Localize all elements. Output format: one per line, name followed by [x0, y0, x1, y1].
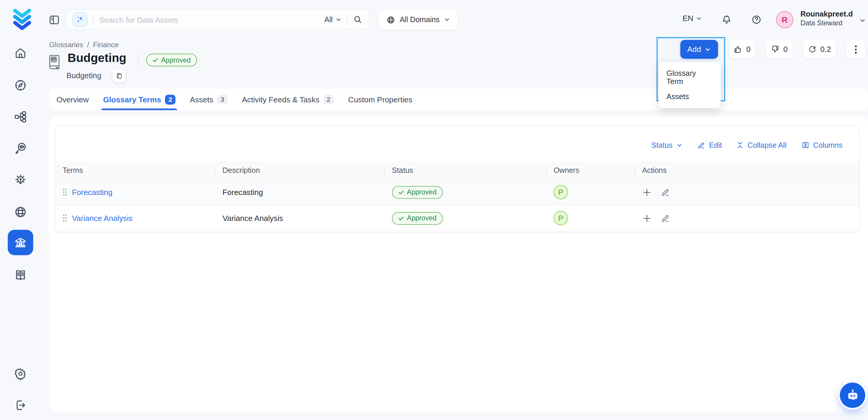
- user-role: Data Steward: [801, 19, 852, 28]
- chevron-down-icon: [444, 17, 450, 23]
- add-button[interactable]: Add: [680, 40, 718, 59]
- upvote-count: 0: [746, 45, 751, 54]
- sidebar-insights-icon[interactable]: [14, 174, 27, 187]
- status-filter-label: Status: [651, 141, 673, 149]
- breadcrumb-glossaries[interactable]: Glossaries: [49, 40, 83, 49]
- breadcrumb-finance[interactable]: Finance: [93, 40, 119, 49]
- user-menu-chevron-icon[interactable]: [859, 17, 866, 24]
- check-icon: [398, 189, 404, 195]
- term-description: Forecasting: [215, 187, 384, 197]
- tab-overview[interactable]: Overview: [56, 88, 89, 110]
- sidebar-toggle-icon[interactable]: [49, 14, 60, 26]
- add-child-term-icon[interactable]: [642, 187, 652, 197]
- columns-button[interactable]: Columns: [801, 141, 842, 149]
- version-button[interactable]: 0.2: [803, 40, 836, 59]
- term-status-badge: Approved: [146, 54, 197, 66]
- tab-count-badge: 2: [165, 94, 176, 104]
- kebab-menu-icon: [854, 44, 857, 54]
- tab-glossary-terms[interactable]: Glossary Terms 2: [103, 88, 176, 110]
- sidebar-settings-gear-icon[interactable]: [14, 367, 27, 380]
- drag-handle-icon[interactable]: [63, 214, 67, 222]
- upvote-button[interactable]: 0: [729, 40, 755, 59]
- glossary-term-book-icon: [47, 54, 62, 69]
- chevron-down-icon: [696, 16, 702, 22]
- app-logo-icon[interactable]: [11, 7, 32, 32]
- help-icon[interactable]: [751, 14, 762, 25]
- owner-avatar[interactable]: P: [554, 185, 568, 200]
- tab-count-badge: 3: [217, 94, 228, 104]
- tab-activity-feeds[interactable]: Activity Feeds & Tasks 2: [242, 88, 334, 110]
- table-row: Variance Analysis Variance Analysis Appr…: [56, 205, 859, 231]
- chatbot-button[interactable]: [840, 383, 865, 408]
- language-dropdown[interactable]: EN: [682, 14, 702, 23]
- version-number: 0.2: [820, 45, 831, 54]
- language-label: EN: [682, 14, 693, 23]
- sidebar-logout-icon[interactable]: [14, 398, 27, 412]
- row-status-badge: Approved: [392, 186, 443, 199]
- collapse-all-label: Collapse All: [747, 141, 786, 149]
- user-avatar-initial: R: [782, 15, 787, 25]
- term-description: Variance Analysis: [215, 214, 384, 222]
- glossary-terms-table: Terms Description Status Owners Actions …: [56, 161, 859, 231]
- search-input[interactable]: [99, 16, 324, 24]
- all-domains-button[interactable]: All Domains: [379, 9, 458, 30]
- user-menu[interactable]: Rounakpreet.d Data Steward: [801, 10, 852, 28]
- term-link[interactable]: Variance Analysis: [72, 214, 132, 222]
- edit-button[interactable]: Edit: [698, 141, 722, 149]
- collapse-all-button[interactable]: Collapse All: [737, 141, 786, 149]
- entity-tabs: Overview Glossary Terms 2 Assets 3 Activ…: [49, 88, 868, 110]
- chevron-down-icon: [705, 46, 711, 53]
- glossary-terms-panel: Status Edit Collapse All Columns: [49, 116, 868, 411]
- columns-label: Columns: [813, 141, 843, 149]
- tab-count-badge: 2: [323, 94, 334, 104]
- term-link[interactable]: Forecasting: [72, 187, 112, 197]
- add-dropdown-menu: Glossary Term Assets: [659, 62, 721, 108]
- table-header-row: Terms Description Status Owners Actions: [56, 161, 859, 179]
- thumbs-up-icon: [734, 45, 742, 54]
- user-name: Rounakpreet.d: [801, 10, 852, 20]
- term-fqn: Budgeting: [66, 71, 101, 80]
- copy-fqn-button[interactable]: [112, 69, 126, 83]
- tab-label: Activity Feeds & Tasks: [242, 95, 319, 104]
- owner-initial: P: [558, 188, 563, 196]
- tab-label: Glossary Terms: [103, 95, 161, 104]
- sidebar-governance-bank-icon[interactable]: [8, 230, 33, 255]
- tab-assets[interactable]: Assets 3: [190, 88, 228, 110]
- copy-icon: [115, 72, 122, 79]
- menu-item-glossary-term[interactable]: Glossary Term: [659, 66, 721, 89]
- sidebar-observability-icon[interactable]: [14, 142, 27, 155]
- add-child-term-icon[interactable]: [642, 214, 652, 223]
- edit-label: Edit: [709, 141, 722, 149]
- globe-icon: [386, 16, 395, 24]
- collapse-icon: [737, 141, 744, 149]
- downvote-button[interactable]: 0: [766, 40, 792, 59]
- sidebar-home-icon[interactable]: [14, 47, 27, 60]
- sidebar-explore-compass-icon[interactable]: [14, 79, 27, 92]
- all-domains-label: All Domains: [400, 16, 439, 24]
- glossary-terms-card: Status Edit Collapse All Columns: [55, 125, 860, 233]
- sidebar-domains-globe-icon[interactable]: [14, 205, 27, 218]
- status-filter-dropdown[interactable]: Status: [651, 141, 682, 149]
- menu-item-assets[interactable]: Assets: [659, 89, 721, 104]
- sidebar-lineage-icon[interactable]: [14, 110, 27, 124]
- user-avatar[interactable]: R: [776, 11, 793, 28]
- drag-handle-icon[interactable]: [63, 188, 67, 196]
- breadcrumb-separator: /: [87, 40, 89, 49]
- edit-term-icon[interactable]: [661, 214, 671, 223]
- breadcrumb: Glossaries / Finance: [49, 40, 119, 49]
- add-button-label: Add: [687, 45, 701, 54]
- sidebar-glossary-book-icon[interactable]: [14, 268, 27, 282]
- search-submit-icon[interactable]: [353, 15, 363, 25]
- tab-label: Custom Properties: [348, 95, 413, 104]
- more-actions-button[interactable]: [846, 40, 865, 59]
- search-scope-dropdown[interactable]: All: [324, 16, 342, 24]
- owner-avatar[interactable]: P: [554, 211, 568, 225]
- notifications-bell-icon[interactable]: [721, 14, 732, 25]
- tab-label: Assets: [190, 95, 213, 104]
- ai-sparkle-icon[interactable]: [72, 12, 88, 27]
- left-sidebar: [0, 0, 41, 420]
- divider: [347, 14, 348, 25]
- tab-custom-properties[interactable]: Custom Properties: [348, 88, 413, 110]
- edit-term-icon[interactable]: [661, 187, 671, 197]
- header-owners: Owners: [547, 161, 635, 179]
